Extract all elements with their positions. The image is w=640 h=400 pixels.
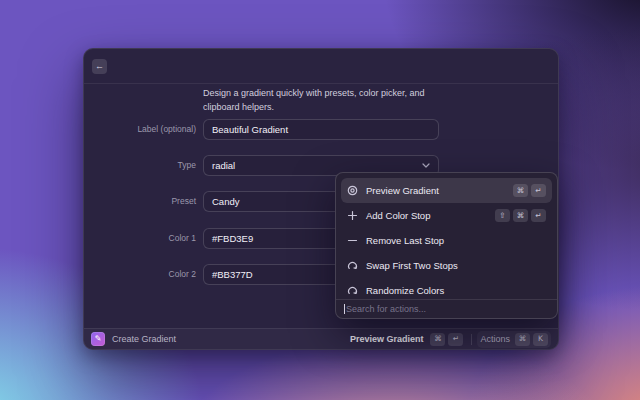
keycap: ↵ [448,333,463,346]
footer-divider [471,334,472,345]
menu-item-label: Randomize Colors [366,285,538,296]
text-field[interactable]: Beautiful Gradient [203,119,439,140]
back-arrow-icon: ← [95,62,104,71]
menu-item[interactable]: Preview Gradient⌘↵ [341,178,552,203]
footer-command-title: Create Gradient [112,334,176,344]
field-value: #FBD3E9 [212,233,253,244]
menu-item[interactable]: Add Color Stop⇧⌘↵ [341,203,552,228]
actions-label: Actions [480,334,510,344]
footer-bar: ✎ Create Gradient Preview Gradient ⌘↵ Ac… [84,328,558,349]
shuffle-icon [347,285,358,296]
menu-item-label: Remove Last Stop [366,235,538,246]
swap-icon [347,260,358,271]
keycap: ⌘ [513,184,528,197]
menu-item-shortcut: ⇧⌘↵ [495,209,546,222]
plus-icon [347,210,358,221]
actions-button[interactable]: Actions ⌘K [477,331,551,348]
field-value: Beautiful Gradient [212,124,288,135]
minus-icon [347,235,358,246]
chevron-down-icon [422,163,430,168]
field-label: Color 1 [84,228,196,249]
menu-item-label: Swap First Two Stops [366,260,538,271]
field-value: Candy [212,196,239,207]
actions-menu: Preview Gradient⌘↵Add Color Stop⇧⌘↵Remov… [336,173,557,301]
form-row: Label (optional)Beautiful Gradient [84,119,558,140]
menu-item-label: Preview Gradient [366,185,505,196]
form-description: Design a gradient quickly with presets, … [203,86,443,115]
field-label: Preset [84,191,196,212]
field-label: Color 2 [84,264,196,285]
menu-item-label: Add Color Stop [366,210,487,221]
search-placeholder: Search for actions... [346,304,426,314]
desktop-background: ← Design a gradient quickly with presets… [0,0,640,400]
primary-action-button[interactable]: Preview Gradient ⌘↵ [347,331,467,348]
footer-right: Preview Gradient ⌘↵ Actions ⌘K [347,331,551,348]
back-button[interactable]: ← [92,59,107,74]
text-cursor [344,304,345,314]
footer-left: ✎ Create Gradient [91,332,176,346]
keycap: ⌘ [515,333,530,346]
primary-action-shortcut: ⌘↵ [430,333,463,346]
field-label: Type [84,155,196,176]
field-label: Label (optional) [84,119,196,140]
keycap: ⇧ [495,209,510,222]
keycap: ⌘ [513,209,528,222]
primary-action-label: Preview Gradient [350,334,424,344]
actions-search-input[interactable]: Search for actions... [336,299,557,318]
keycap: K [533,333,548,346]
menu-item[interactable]: Remove Last Stop [341,228,552,253]
gradient-app-icon: ✎ [91,332,105,346]
field-value: #BB377D [212,269,253,280]
actions-shortcut: ⌘K [515,333,548,346]
keycap: ↵ [531,209,546,222]
keycap: ↵ [531,184,546,197]
menu-item-shortcut: ⌘↵ [513,184,546,197]
actions-popover: Preview Gradient⌘↵Add Color Stop⇧⌘↵Remov… [335,172,558,319]
window-header: ← [84,49,558,84]
menu-item[interactable]: Swap First Two Stops [341,253,552,278]
eye-icon [347,185,358,196]
keycap: ⌘ [430,333,445,346]
field-value: radial [212,160,235,171]
menu-item[interactable]: Randomize Colors [341,278,552,301]
